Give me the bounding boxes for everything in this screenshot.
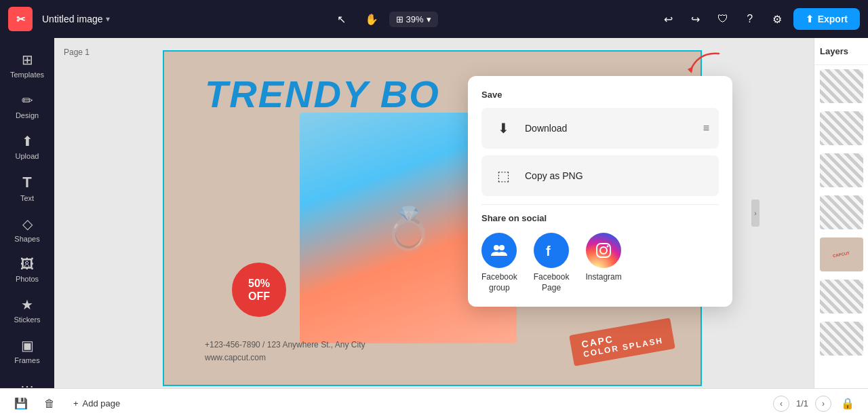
sidebar-label-photos: Photos xyxy=(16,275,39,283)
view-icon: ⊞ xyxy=(396,14,403,24)
contact-line1: +123-456-7890 / 123 Anywhere St., Any Ci… xyxy=(205,339,365,352)
share-facebook-group[interactable]: Facebookgroup xyxy=(481,233,517,293)
svg-point-1 xyxy=(494,245,499,250)
shield-button[interactable]: 🛡 xyxy=(712,8,734,30)
capcut-watermark: CAPC COLOR SPLASH xyxy=(569,318,675,366)
templates-icon: ⊞ xyxy=(22,52,33,68)
facebook-page-icon: f xyxy=(534,233,569,268)
delete-button[interactable]: 🗑 xyxy=(39,394,60,414)
sidebar-item-design[interactable]: ✏ Design xyxy=(4,87,50,125)
copy-png-option[interactable]: ⬚ Copy as PNG xyxy=(481,155,719,196)
cursor-tool-button[interactable]: ↖ xyxy=(330,7,354,31)
sidebar-label-stickers: Stickers xyxy=(14,316,40,324)
add-page-button[interactable]: + Add page xyxy=(68,396,125,411)
svg-text:f: f xyxy=(546,244,551,259)
hand-tool-button[interactable]: ✋ xyxy=(359,7,384,31)
sidebar-item-templates[interactable]: ⊞ Templates xyxy=(4,46,50,84)
sidebar-item-photos[interactable]: 🖼 Photos xyxy=(4,251,50,288)
settings-button[interactable]: ⚙ xyxy=(766,8,788,30)
instagram-label: Instagram xyxy=(585,272,621,283)
share-icons-row: Facebookgroup f FacebookPage xyxy=(481,233,719,293)
layers-header: Layers xyxy=(814,38,868,65)
save-section-label: Save xyxy=(481,90,719,100)
layer-item-1[interactable] xyxy=(820,69,863,103)
share-section-label: Share on social xyxy=(481,213,719,223)
sidebar-item-stickers[interactable]: ★ Stickers xyxy=(4,291,50,329)
sidebar-item-more[interactable]: ⋯ xyxy=(4,373,50,388)
sidebar-label-shapes: Shapes xyxy=(14,235,39,243)
download-label: Download xyxy=(525,123,694,134)
topbar-right-tools: ↩ ↪ 🛡 ? ⚙ ⬆ Export xyxy=(658,8,860,30)
page-label: Page 1 xyxy=(64,48,90,57)
sidebar: ⊞ Templates ✏ Design ⬆ Upload T Text ◇ S… xyxy=(0,38,54,388)
layer-item-7[interactable] xyxy=(820,322,863,356)
view-selector[interactable]: ⊞ 39% ▾ xyxy=(389,12,438,27)
shapes-icon: ◇ xyxy=(22,216,33,232)
copy-png-icon: ⬚ xyxy=(491,164,515,188)
stickers-icon: ★ xyxy=(21,297,33,313)
contact-line2: www.capcut.com xyxy=(205,352,365,364)
canvas-title: TRENDY BO xyxy=(205,72,440,116)
svg-point-6 xyxy=(607,246,609,248)
save-to-cloud-button[interactable]: 💾 xyxy=(11,394,31,414)
sidebar-label-frames: Frames xyxy=(14,356,39,364)
export-label: Export xyxy=(818,14,848,24)
sidebar-item-upload[interactable]: ⬆ Upload xyxy=(4,128,50,166)
main-area: ⊞ Templates ✏ Design ⬆ Upload T Text ◇ S… xyxy=(0,38,868,388)
sidebar-item-frames[interactable]: ▣ Frames xyxy=(4,332,50,370)
fb-page-label: FacebookPage xyxy=(534,272,570,293)
layer-item-2[interactable] xyxy=(820,111,863,145)
layer-item-5[interactable]: CAPCUT xyxy=(820,238,863,271)
file-name: Untitled image xyxy=(42,14,103,24)
zoom-chevron-icon: ▾ xyxy=(427,14,431,24)
layers-panel: Layers CAPCUT xyxy=(814,38,868,388)
download-icon: ⬇ xyxy=(491,116,515,140)
copy-png-label: Copy as PNG xyxy=(525,170,709,181)
page-prev-button[interactable]: ‹ xyxy=(773,396,789,412)
export-button[interactable]: ⬆ Export xyxy=(793,8,860,30)
sidebar-label-templates: Templates xyxy=(10,71,44,79)
facebook-group-icon xyxy=(481,233,517,268)
file-chevron-icon: ▾ xyxy=(106,14,110,24)
download-option[interactable]: ⬇ Download ≡ xyxy=(481,108,719,149)
topbar: ✂ Untitled image ▾ ↖ ✋ ⊞ 39% ▾ ↩ ↪ 🛡 ? ⚙… xyxy=(0,0,868,38)
photos-icon: 🖼 xyxy=(20,256,34,272)
lock-button[interactable]: 🔒 xyxy=(838,394,857,413)
page-next-button[interactable]: › xyxy=(815,396,831,412)
layer-item-3[interactable] xyxy=(820,153,863,187)
download-settings-icon[interactable]: ≡ xyxy=(703,122,709,134)
more-icon: ⋯ xyxy=(20,378,34,388)
canvas-area: Page 1 TRENDY BO 💍 50%OFF CAPC COLOR SPL… xyxy=(54,38,814,388)
sidebar-item-text[interactable]: T Text xyxy=(4,168,50,208)
instagram-icon xyxy=(586,233,621,268)
svg-point-5 xyxy=(600,247,607,254)
discount-badge: 50%OFF xyxy=(232,263,286,317)
sidebar-label-text: Text xyxy=(20,194,34,202)
capcut-layer-label: CAPCUT xyxy=(833,251,850,258)
layer-item-6[interactable] xyxy=(820,280,863,314)
page-count: 1/1 xyxy=(796,398,808,408)
topbar-center-tools: ↖ ✋ ⊞ 39% ▾ xyxy=(117,7,651,31)
help-button[interactable]: ? xyxy=(739,8,761,30)
share-instagram[interactable]: Instagram xyxy=(585,233,621,293)
redo-button[interactable]: ↪ xyxy=(685,8,707,30)
layer-item-4[interactable] xyxy=(820,195,863,229)
upload-icon: ⬆ xyxy=(22,133,33,149)
panel-collapse-handle[interactable]: › xyxy=(751,200,760,227)
bottombar-right: ‹ 1/1 › 🔒 xyxy=(773,394,857,413)
file-title-area[interactable]: Untitled image ▾ xyxy=(42,14,110,24)
frames-icon: ▣ xyxy=(21,337,34,354)
discount-text: 50%OFF xyxy=(248,277,270,303)
dropdown-divider xyxy=(481,204,719,205)
app-logo: ✂ xyxy=(8,7,33,31)
bottombar: 💾 🗑 + Add page ‹ 1/1 › 🔒 xyxy=(0,388,868,418)
add-page-icon: + xyxy=(73,398,79,408)
share-facebook-page[interactable]: f FacebookPage xyxy=(534,233,570,293)
sidebar-item-shapes[interactable]: ◇ Shapes xyxy=(4,210,50,248)
contact-info: +123-456-7890 / 123 Anywhere St., Any Ci… xyxy=(205,339,365,364)
add-page-label: Add page xyxy=(83,398,121,408)
undo-button[interactable]: ↩ xyxy=(658,8,679,30)
text-icon: T xyxy=(22,174,31,191)
sidebar-label-upload: Upload xyxy=(16,152,39,160)
svg-point-2 xyxy=(499,245,505,250)
